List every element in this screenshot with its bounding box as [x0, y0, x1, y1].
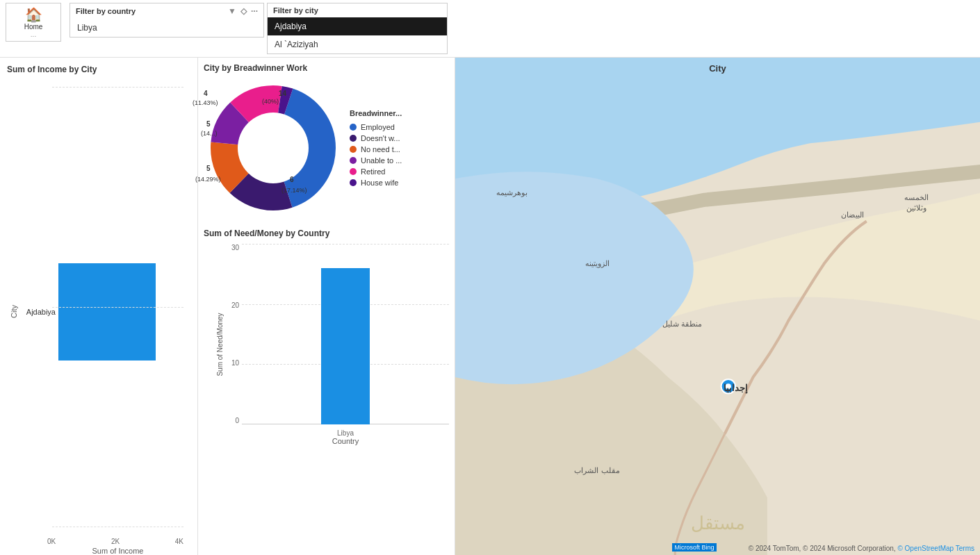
- need-money-chart: Sum of Need/Money by Country 30 20 10 0: [204, 229, 449, 549]
- filter-country-panel: Filter by country ▼ ◇ ··· Libya: [70, 3, 264, 38]
- home-dots: ...: [31, 31, 36, 38]
- more-options-icon[interactable]: ···: [251, 6, 258, 16]
- home-icon: 🏠: [25, 6, 42, 23]
- filter-country-title: Filter by country: [76, 7, 136, 15]
- donut-legend: Breadwinner... Employed Doesn't w... No …: [350, 109, 402, 187]
- x-tick-2k: 2K: [111, 538, 120, 545]
- label-40pct: (40%): [262, 98, 279, 105]
- map-label-3: البيضان: [841, 210, 864, 219]
- donut-hole: [238, 113, 309, 183]
- home-label: Home: [24, 23, 43, 31]
- legend-dot-employed: [350, 124, 357, 131]
- map-label-2: وثلاثين: [906, 204, 926, 213]
- watermark: مستقل: [691, 513, 745, 534]
- need-y-axis-label: Sum of Need/Money: [216, 313, 224, 376]
- map-label-ajdabiya: إجدابيا: [724, 383, 748, 394]
- country-option-libya[interactable]: Libya: [70, 19, 263, 37]
- donut-svg: 14 (40%) 5 (14...) 5 (14.29%) 6 (17.14%)…: [204, 78, 343, 217]
- filter-country-header: Filter by country ▼ ◇ ···: [70, 3, 263, 19]
- legend-label-retired: Retired: [361, 167, 385, 176]
- label-14: 14: [279, 90, 286, 97]
- terms-link[interactable]: Terms: [956, 545, 974, 552]
- x-tick-0k: 0K: [47, 538, 56, 545]
- label-5-bot: 5: [206, 165, 211, 172]
- legend-dot-housewife: [350, 179, 357, 186]
- donut-section: City by Breadwinner Work 14 (40%) 5 (14.…: [204, 63, 449, 217]
- legend-label-employed: Employed: [361, 123, 395, 131]
- legend-dot-retired: [350, 168, 357, 175]
- legend-title: Breadwinner...: [350, 109, 402, 117]
- need-x-axis-title: Country: [242, 437, 449, 445]
- need-bar-libya: [321, 268, 370, 424]
- city-bar-label: Ajdabiya: [21, 308, 56, 316]
- filter-city-title: Filter by city: [273, 6, 318, 15]
- x-axis-ticks: 0K 2K 4K: [7, 538, 190, 545]
- label-1714pct: (17.14%): [281, 187, 307, 194]
- legend-label-housewife: House wife: [361, 179, 398, 187]
- income-x-axis-label: Sum of Income: [7, 547, 190, 555]
- map-attribution: © 2024 TomTom, © 2024 Microsoft Corporat…: [749, 545, 974, 552]
- label-1143pct: (11.43%): [193, 99, 218, 106]
- label-14dots: (14...): [201, 130, 218, 137]
- openstreetmap-link[interactable]: © OpenStreetMap: [897, 545, 954, 552]
- clear-filter-icon[interactable]: ◇: [240, 6, 247, 16]
- legend-item-noneed: No need t...: [350, 145, 402, 154]
- city-option-ajdabiya[interactable]: Ajdabiya: [268, 17, 447, 35]
- filter-city-panel: Filter by city Ajdabiya Al `Aziziyah: [267, 3, 448, 54]
- filter-city-header: Filter by city: [268, 3, 447, 17]
- filter-icon[interactable]: ▼: [228, 6, 236, 16]
- income-y-axis-label: City: [10, 305, 18, 318]
- legend-item-housewife: House wife: [350, 179, 402, 187]
- legend-item-doesnt: Doesn't w...: [350, 134, 402, 142]
- y-tick-0: 0: [235, 417, 239, 424]
- map-background: الخمسه وثلاثين البيضان بوهرشيمه الزويتين…: [455, 58, 980, 555]
- bing-logo: Microsoft Bing: [672, 544, 717, 551]
- legend-dot-noneed: [350, 146, 357, 153]
- need-money-title: Sum of Need/Money by Country: [204, 229, 449, 238]
- city-option-alaziziyah[interactable]: Al `Aziziyah: [268, 35, 447, 53]
- label-6: 6: [290, 176, 294, 183]
- content-area: Sum of Income by City City Ajdabiya: [0, 58, 980, 555]
- top-filter-bar: 🏠 Home ... Filter by country ▼ ◇ ··· Lib…: [0, 0, 980, 58]
- map-label-7: مقلب الشراب: [574, 466, 619, 475]
- map-label-4: بوهرشيمه: [496, 188, 528, 197]
- income-chart-title: Sum of Income by City: [7, 65, 190, 74]
- x-tick-4k: 4K: [175, 538, 183, 545]
- middle-panel: City by Breadwinner Work 14 (40%) 5 (14.…: [198, 58, 455, 555]
- map-svg: الخمسه وثلاثين البيضان بوهرشيمه الزويتين…: [455, 58, 980, 555]
- legend-item-unable: Unable to ...: [350, 156, 402, 165]
- breadwinner-chart-title: City by Breadwinner Work: [204, 63, 449, 73]
- legend-label-unable: Unable to ...: [361, 156, 402, 165]
- y-tick-30: 30: [231, 244, 239, 251]
- legend-item-retired: Retired: [350, 167, 402, 176]
- home-button[interactable]: 🏠 Home ...: [6, 3, 61, 42]
- map-panel: City: [455, 58, 980, 555]
- filter-country-icons: ▼ ◇ ···: [228, 6, 258, 16]
- label-1429pct: (14.29%): [195, 176, 221, 183]
- legend-dot-unable: [350, 157, 357, 164]
- map-title: City: [709, 63, 726, 74]
- map-label-6: منطقة شليل: [662, 320, 702, 328]
- legend-dot-doesnt: [350, 135, 357, 142]
- legend-label-noneed: No need t...: [361, 145, 400, 154]
- label-4: 4: [204, 90, 208, 97]
- map-label-1: الخمسه: [904, 193, 929, 201]
- donut-container: 14 (40%) 5 (14...) 5 (14.29%) 6 (17.14%)…: [204, 78, 449, 217]
- y-tick-20: 20: [231, 301, 239, 309]
- main-container: 🏠 Home ... Filter by country ▼ ◇ ··· Lib…: [0, 0, 980, 555]
- need-x-tick-libya: Libya: [337, 429, 354, 437]
- label-5-top: 5: [206, 120, 211, 128]
- income-chart-panel: Sum of Income by City City Ajdabiya: [0, 58, 198, 555]
- y-tick-10: 10: [231, 359, 239, 367]
- legend-label-doesnt: Doesn't w...: [361, 134, 400, 142]
- bing-logo-text: Microsoft Bing: [672, 543, 716, 552]
- map-label-5: الزويتينه: [585, 259, 610, 268]
- legend-item-employed: Employed: [350, 123, 402, 131]
